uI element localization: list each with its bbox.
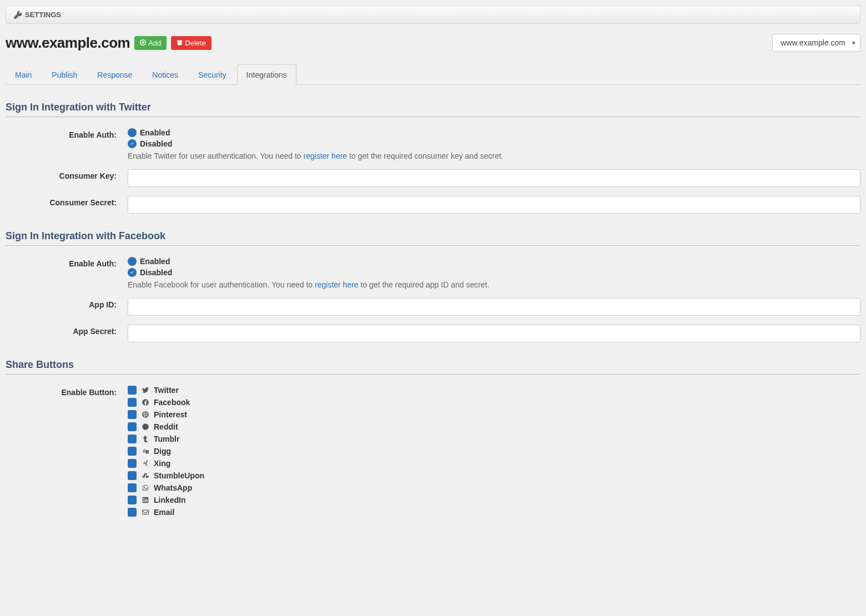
consumer-key-input[interactable] — [128, 169, 860, 187]
share-label: Digg — [154, 447, 171, 456]
tab-main[interactable]: Main — [6, 64, 41, 85]
facebook-disabled-radio[interactable]: Disabled — [128, 268, 860, 277]
pinterest-icon — [141, 411, 149, 419]
radio-label: Enabled — [140, 128, 170, 137]
checkbox-icon — [128, 435, 137, 443]
checkbox-icon — [128, 471, 137, 480]
domain-title: www.example.com — [6, 34, 130, 52]
checkbox-icon — [128, 386, 137, 395]
share-whatsapp-checkbox[interactable]: WhatsApp — [128, 483, 860, 492]
tabs: Main Publish Response Notices Security I… — [6, 64, 860, 85]
domain-selector[interactable]: www.example.com — [772, 34, 860, 52]
enable-button-label: Enable Button: — [6, 386, 117, 397]
radio-label: Disabled — [140, 268, 172, 277]
share-label: Pinterest — [154, 410, 187, 419]
consumer-secret-label: Consumer Secret: — [6, 196, 117, 207]
twitter-icon — [141, 386, 149, 395]
section-divider — [6, 245, 860, 246]
section-facebook-title: Sign In Integration with Facebook — [6, 230, 860, 242]
title-row: www.example.com Add Delete www.example.c… — [6, 34, 860, 52]
tab-security[interactable]: Security — [189, 64, 236, 85]
radio-label: Enabled — [140, 257, 170, 266]
radio-label: Disabled — [140, 139, 172, 148]
share-stumbleupon-checkbox[interactable]: StumbleUpon — [128, 471, 860, 480]
consumer-key-label: Consumer Key: — [6, 169, 117, 180]
facebook-help: Enable Facebook for user authentication.… — [128, 280, 860, 289]
reddit-icon — [141, 423, 149, 431]
checkbox-icon — [128, 483, 137, 492]
linkedin-icon — [141, 496, 149, 504]
share-email-checkbox[interactable]: Email — [128, 508, 860, 517]
tab-notices[interactable]: Notices — [143, 64, 188, 85]
share-label: Xing — [154, 459, 170, 468]
app-id-input[interactable] — [128, 298, 860, 316]
checkbox-icon — [128, 496, 137, 504]
xing-icon — [141, 460, 149, 468]
checkbox-icon — [128, 459, 137, 468]
tab-publish[interactable]: Publish — [42, 64, 87, 85]
share-label: Twitter — [154, 386, 179, 395]
app-secret-input[interactable] — [128, 325, 860, 342]
whatsapp-icon — [141, 484, 149, 492]
share-pinterest-checkbox[interactable]: Pinterest — [128, 410, 860, 419]
plus-icon — [140, 39, 146, 47]
share-facebook-checkbox[interactable]: Facebook — [128, 398, 860, 407]
radio-checked-icon — [128, 268, 137, 277]
twitter-register-link[interactable]: register here — [304, 152, 348, 160]
twitter-disabled-radio[interactable]: Disabled — [128, 139, 860, 148]
share-label: Email — [154, 508, 174, 517]
section-divider — [6, 374, 860, 375]
tumblr-icon — [141, 435, 149, 443]
share-xing-checkbox[interactable]: Xing — [128, 459, 860, 468]
section-divider — [6, 117, 860, 117]
domain-selector-value: www.example.com — [781, 38, 845, 47]
share-linkedin-checkbox[interactable]: LinkedIn — [128, 496, 860, 504]
share-label: StumbleUpon — [154, 471, 204, 480]
facebook-icon — [141, 398, 149, 407]
app-id-label: App ID: — [6, 298, 117, 309]
twitter-help: Enable Twitter for user authentication. … — [128, 152, 860, 160]
share-twitter-checkbox[interactable]: Twitter — [128, 386, 860, 395]
radio-checked-icon — [128, 139, 137, 148]
twitter-enabled-radio[interactable]: Enabled — [128, 128, 860, 137]
tab-integrations[interactable]: Integrations — [237, 64, 296, 85]
panel-title: SETTINGS — [25, 11, 61, 19]
trash-icon — [177, 39, 183, 47]
add-label: Add — [148, 39, 161, 47]
app-secret-label: App Secret: — [6, 325, 117, 336]
consumer-secret-input[interactable] — [128, 196, 860, 214]
facebook-enabled-radio[interactable]: Enabled — [128, 257, 860, 266]
checkbox-icon — [128, 508, 137, 517]
section-twitter-title: Sign In Integration with Twitter — [6, 102, 860, 113]
share-reddit-checkbox[interactable]: Reddit — [128, 422, 860, 431]
facebook-register-link[interactable]: register here — [315, 280, 359, 289]
add-button[interactable]: Add — [134, 36, 167, 50]
radio-icon — [128, 257, 137, 266]
svg-point-1 — [142, 423, 149, 430]
tab-response[interactable]: Response — [88, 64, 142, 85]
email-icon — [141, 508, 149, 517]
facebook-enable-label: Enable Auth: — [6, 257, 117, 268]
checkbox-icon — [128, 447, 137, 456]
radio-icon — [128, 128, 137, 137]
checkbox-icon — [128, 422, 137, 431]
digg-icon — [141, 447, 149, 456]
share-label: Facebook — [154, 398, 190, 407]
panel-header: SETTINGS — [6, 6, 860, 24]
section-share-title: Share Buttons — [6, 359, 860, 371]
wrench-icon — [14, 11, 22, 19]
share-digg-checkbox[interactable]: Digg — [128, 447, 860, 456]
share-label: LinkedIn — [154, 496, 186, 504]
delete-label: Delete — [185, 39, 206, 47]
share-label: Reddit — [154, 422, 178, 431]
twitter-enable-label: Enable Auth: — [6, 128, 117, 139]
share-label: WhatsApp — [154, 483, 192, 492]
delete-button[interactable]: Delete — [171, 36, 212, 50]
checkbox-icon — [128, 410, 137, 419]
stumbleupon-icon — [141, 472, 149, 480]
share-label: Tumblr — [154, 435, 179, 443]
share-tumblr-checkbox[interactable]: Tumblr — [128, 435, 860, 443]
checkbox-icon — [128, 398, 137, 407]
